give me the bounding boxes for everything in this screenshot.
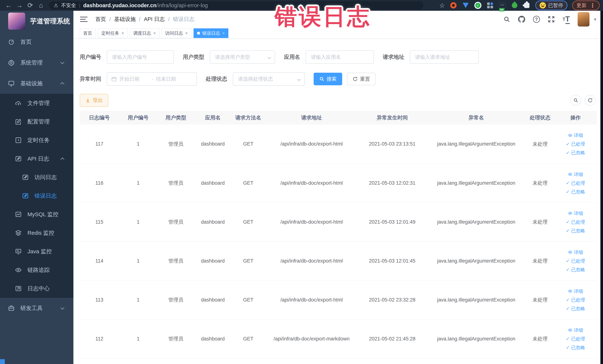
detail-link[interactable]: 详细 <box>568 210 583 216</box>
tab-job[interactable]: 定时任务× <box>98 28 128 38</box>
security-label[interactable]: 不安全 <box>61 2 76 9</box>
breadcrumb-api-log[interactable]: API 日志 <box>144 16 165 23</box>
tab-error-log[interactable]: 错误日志× <box>194 28 228 38</box>
mark-ignored-link[interactable]: ✓ 已忽略 <box>566 228 585 234</box>
browser-home-icon[interactable]: ⌂ <box>35 1 46 9</box>
table-row[interactable]: 115 1 管理员 dashboard GET /api/infra/db-do… <box>80 202 597 241</box>
search-button[interactable]: 搜索 <box>314 73 342 85</box>
mark-processed-link[interactable]: ✓ 已处理 <box>566 219 585 225</box>
sidebar-item-file-manage[interactable]: 文件管理 <box>0 94 73 112</box>
sidebar-item-dev-tools[interactable]: 研发工具 <box>0 298 73 318</box>
sidebar-item-error-log[interactable]: 错误日志 <box>0 187 73 205</box>
font-size-icon[interactable]: TT <box>563 15 570 24</box>
user-id-input[interactable] <box>107 50 174 64</box>
end-date-input[interactable] <box>156 76 186 82</box>
sidebar-item-system[interactable]: 系统管理 <box>0 52 73 73</box>
close-icon[interactable]: × <box>121 31 124 36</box>
extension-on-switch-icon[interactable]: on <box>499 2 506 9</box>
sidebar-item-access-log[interactable]: 访问日志 <box>0 168 73 187</box>
app-name-input[interactable] <box>306 50 374 64</box>
sidebar-logo-row[interactable]: 芋道管理系统 <box>0 11 73 32</box>
table-row[interactable]: 113 1 管理员 dashboard GET /api/infra/db-do… <box>80 280 597 319</box>
extension-orange-icon[interactable] <box>450 2 457 9</box>
refresh-icon <box>588 98 593 103</box>
extension-leaf-icon[interactable] <box>511 2 518 9</box>
refresh-table-button[interactable] <box>585 95 596 106</box>
tab-schedule-log[interactable]: 调度日志× <box>130 28 159 38</box>
mark-processed-link[interactable]: ✓ 已处理 <box>566 258 585 264</box>
detail-link[interactable]: 详细 <box>568 132 583 138</box>
process-status-select[interactable] <box>233 72 305 86</box>
sidebar-item-trace[interactable]: 链路追踪 <box>0 261 73 279</box>
extension-shield-icon[interactable] <box>462 2 469 9</box>
cell-url: /api/infra/db-doc/export-html <box>265 164 358 202</box>
github-icon[interactable] <box>518 16 525 23</box>
mark-processed-link[interactable]: ✓ 已处理 <box>566 180 585 186</box>
tab-access-log[interactable]: 访问日志× <box>162 28 191 38</box>
page-scrollbar[interactable] <box>600 11 603 364</box>
date-range-picker[interactable]: - <box>107 72 197 86</box>
user-avatar[interactable] <box>578 12 590 26</box>
cell-user-type: 管理员 <box>157 125 195 164</box>
sidebar-item-log-center[interactable]: 日志中心 <box>0 279 73 298</box>
extensions-puzzle-icon[interactable] <box>523 2 531 9</box>
user-type-select[interactable] <box>210 50 275 64</box>
sidebar-item-config-manage[interactable]: 配置管理 <box>0 112 73 131</box>
help-icon[interactable]: ? <box>533 16 540 23</box>
cell-status: 未处理 <box>526 164 554 202</box>
close-icon[interactable]: × <box>153 31 156 36</box>
sidebar-item-mysql-monitor[interactable]: MySQL 监控 <box>0 205 73 224</box>
mark-ignored-link[interactable]: ✓ 已忽略 <box>566 189 585 195</box>
cell-url: /api/infra/db-doc/export-html <box>265 280 358 319</box>
close-icon[interactable]: × <box>185 31 188 36</box>
app-title: 芋道管理系统 <box>30 17 70 26</box>
sidebar-item-java-monitor[interactable]: Java 监控 <box>0 242 73 261</box>
sidebar-item-api-log[interactable]: API 日志 <box>0 150 73 168</box>
sidebar-item-infra[interactable]: 基础设施 <box>0 73 73 94</box>
sidebar-item-job[interactable]: 定时任务 <box>0 131 73 150</box>
mark-processed-link[interactable]: ✓ 已处理 <box>566 141 585 147</box>
sidebar-item-redis-monitor[interactable]: Redis 监控 <box>0 224 73 242</box>
bookmark-star-icon[interactable]: ☆ <box>439 2 445 9</box>
browser-menu-icon[interactable]: ⋮ <box>590 2 595 9</box>
start-date-input[interactable] <box>119 76 149 82</box>
browser-update-badge[interactable]: 更新 ⋮ <box>572 0 600 10</box>
reset-button[interactable]: 重置 <box>347 73 376 85</box>
table-row[interactable]: 116 1 管理员 dashboard GET /api/infra/db-do… <box>80 164 597 202</box>
extension-green-check-icon[interactable]: ✓ <box>474 2 482 9</box>
toggle-search-button[interactable] <box>570 95 581 106</box>
browser-reload-icon[interactable]: ⟳ <box>25 1 35 9</box>
search-icon[interactable] <box>503 16 510 23</box>
export-button[interactable]: 导出 <box>80 94 108 107</box>
breadcrumb-infra[interactable]: 基础设施 <box>114 16 136 23</box>
address-bar[interactable]: ⚠ 不安全 | dashboard.yudao.iocoder.cn/infra… <box>49 1 423 10</box>
table-row[interactable]: 112 1 管理员 dashboard GET /api/infra/db-do… <box>80 319 597 358</box>
browser-back-icon[interactable]: ← <box>3 1 14 9</box>
table-row[interactable]: 114 1 管理员 dashboard GET /api/infra/db-do… <box>80 241 597 280</box>
breadcrumb-home[interactable]: 首页 <box>95 16 106 23</box>
detail-link[interactable]: 详细 <box>568 171 583 177</box>
extension-grid-icon[interactable] <box>487 2 494 9</box>
fullscreen-icon[interactable] <box>548 16 555 23</box>
avatar-dropdown-caret-icon[interactable]: ▾ <box>594 16 596 22</box>
mark-ignored-link[interactable]: ✓ 已忽略 <box>566 344 585 351</box>
detail-link[interactable]: 详细 <box>568 327 583 333</box>
browser-forward-icon[interactable]: → <box>14 1 25 9</box>
close-icon[interactable]: × <box>222 31 225 36</box>
mark-ignored-link[interactable]: ✓ 已忽略 <box>566 305 585 312</box>
mark-processed-link[interactable]: ✓ 已处理 <box>566 336 585 342</box>
mark-ignored-link[interactable]: ✓ 已忽略 <box>566 267 585 273</box>
detail-link[interactable]: 详细 <box>568 249 583 255</box>
mark-ignored-link[interactable]: ✓ 已忽略 <box>566 150 585 156</box>
paused-extension-badge[interactable]: 已暂停 <box>535 0 568 10</box>
cell-user-id: 1 <box>119 280 157 319</box>
cell-exception: java.lang.IllegalArgumentException <box>427 280 526 319</box>
request-url-input[interactable] <box>410 50 479 64</box>
sidebar-collapse-icon[interactable] <box>80 15 88 23</box>
mark-processed-link[interactable]: ✓ 已处理 <box>566 297 585 303</box>
url-domain: dashboard.yudao.iocoder.cn <box>83 2 156 8</box>
table-row[interactable]: 117 1 管理员 dashboard GET /api/infra/db-do… <box>80 125 597 164</box>
detail-link[interactable]: 详细 <box>568 288 583 294</box>
tab-home[interactable]: 首页 <box>80 28 96 38</box>
sidebar-item-home[interactable]: 首页 <box>0 32 73 52</box>
